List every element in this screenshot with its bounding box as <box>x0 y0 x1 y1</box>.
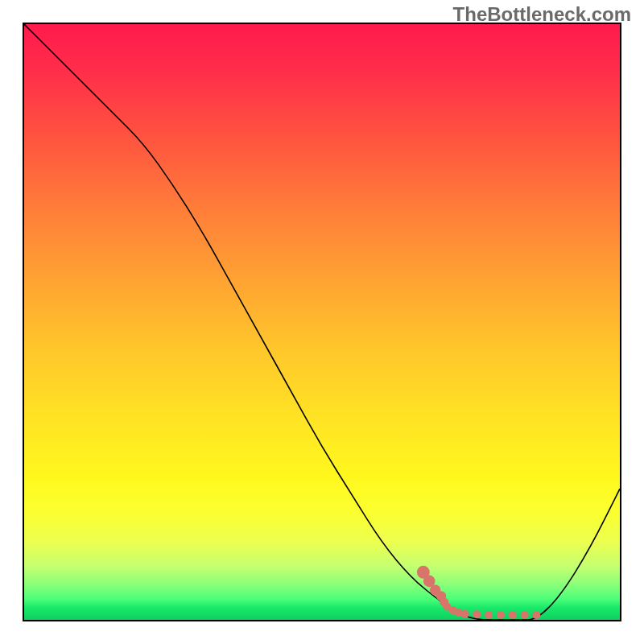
optimal-zone-markers <box>417 566 540 619</box>
marker-dot <box>485 611 493 619</box>
marker-dot <box>497 611 505 619</box>
watermark-text: TheBottleneck.com <box>453 3 631 26</box>
marker-dot <box>473 610 481 618</box>
chart-svg <box>24 24 620 620</box>
marker-dot <box>521 611 529 619</box>
bottleneck-curve-path <box>24 24 620 620</box>
marker-dot <box>461 610 469 618</box>
marker-dot <box>509 611 517 619</box>
marker-dot <box>532 611 540 619</box>
chart-frame <box>23 23 621 621</box>
